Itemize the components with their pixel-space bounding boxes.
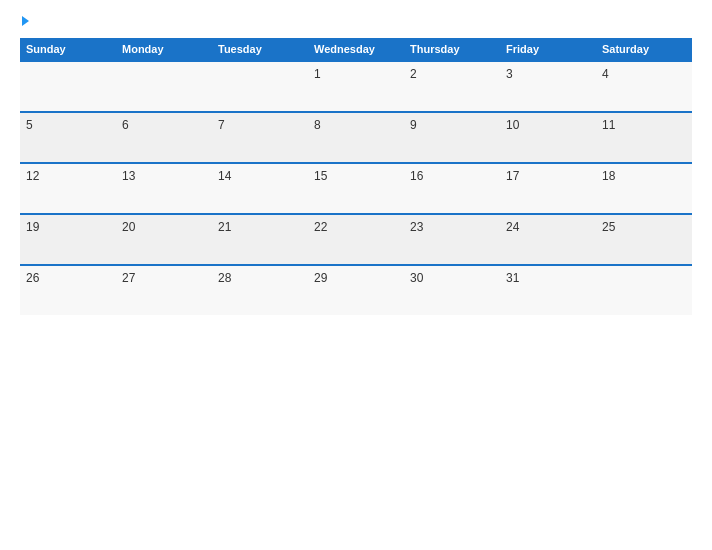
calendar-week-row: 567891011 <box>20 112 692 163</box>
calendar-day-26: 26 <box>20 265 116 315</box>
calendar-day-14: 14 <box>212 163 308 214</box>
calendar-day-empty <box>212 61 308 112</box>
day-header-wednesday: Wednesday <box>308 38 404 61</box>
calendar-week-row: 1234 <box>20 61 692 112</box>
calendar-day-17: 17 <box>500 163 596 214</box>
day-number: 5 <box>26 118 33 132</box>
day-number: 19 <box>26 220 39 234</box>
day-number: 6 <box>122 118 129 132</box>
day-number: 15 <box>314 169 327 183</box>
calendar-day-22: 22 <box>308 214 404 265</box>
day-number: 14 <box>218 169 231 183</box>
calendar-day-9: 9 <box>404 112 500 163</box>
day-number: 4 <box>602 67 609 81</box>
calendar-day-18: 18 <box>596 163 692 214</box>
day-number: 10 <box>506 118 519 132</box>
calendar-day-15: 15 <box>308 163 404 214</box>
day-header-tuesday: Tuesday <box>212 38 308 61</box>
calendar-day-4: 4 <box>596 61 692 112</box>
calendar-day-5: 5 <box>20 112 116 163</box>
day-number: 13 <box>122 169 135 183</box>
day-number: 27 <box>122 271 135 285</box>
calendar-day-20: 20 <box>116 214 212 265</box>
calendar-day-19: 19 <box>20 214 116 265</box>
calendar-day-16: 16 <box>404 163 500 214</box>
day-header-friday: Friday <box>500 38 596 61</box>
day-number: 11 <box>602 118 615 132</box>
day-number: 24 <box>506 220 519 234</box>
calendar-day-24: 24 <box>500 214 596 265</box>
day-number: 18 <box>602 169 615 183</box>
day-number: 17 <box>506 169 519 183</box>
day-header-sunday: Sunday <box>20 38 116 61</box>
day-number: 26 <box>26 271 39 285</box>
day-number: 9 <box>410 118 417 132</box>
calendar-table: SundayMondayTuesdayWednesdayThursdayFrid… <box>20 38 692 315</box>
day-number: 2 <box>410 67 417 81</box>
calendar-page: SundayMondayTuesdayWednesdayThursdayFrid… <box>0 0 712 550</box>
day-number: 23 <box>410 220 423 234</box>
day-number: 25 <box>602 220 615 234</box>
calendar-day-8: 8 <box>308 112 404 163</box>
day-number: 31 <box>506 271 519 285</box>
header <box>20 16 692 26</box>
day-number: 21 <box>218 220 231 234</box>
day-number: 3 <box>506 67 513 81</box>
day-number: 1 <box>314 67 321 81</box>
calendar-day-empty <box>20 61 116 112</box>
day-number: 7 <box>218 118 225 132</box>
calendar-day-11: 11 <box>596 112 692 163</box>
calendar-day-3: 3 <box>500 61 596 112</box>
day-header-saturday: Saturday <box>596 38 692 61</box>
calendar-day-7: 7 <box>212 112 308 163</box>
day-number: 20 <box>122 220 135 234</box>
calendar-day-31: 31 <box>500 265 596 315</box>
logo <box>20 16 29 26</box>
calendar-header-row: SundayMondayTuesdayWednesdayThursdayFrid… <box>20 38 692 61</box>
calendar-week-row: 262728293031 <box>20 265 692 315</box>
calendar-week-row: 12131415161718 <box>20 163 692 214</box>
calendar-day-23: 23 <box>404 214 500 265</box>
day-number: 8 <box>314 118 321 132</box>
calendar-day-empty <box>596 265 692 315</box>
calendar-day-6: 6 <box>116 112 212 163</box>
calendar-day-1: 1 <box>308 61 404 112</box>
calendar-day-21: 21 <box>212 214 308 265</box>
day-header-monday: Monday <box>116 38 212 61</box>
calendar-day-10: 10 <box>500 112 596 163</box>
day-header-thursday: Thursday <box>404 38 500 61</box>
day-number: 30 <box>410 271 423 285</box>
calendar-day-28: 28 <box>212 265 308 315</box>
day-number: 29 <box>314 271 327 285</box>
calendar-day-27: 27 <box>116 265 212 315</box>
day-number: 28 <box>218 271 231 285</box>
calendar-day-25: 25 <box>596 214 692 265</box>
day-number: 12 <box>26 169 39 183</box>
calendar-day-13: 13 <box>116 163 212 214</box>
calendar-day-12: 12 <box>20 163 116 214</box>
day-number: 22 <box>314 220 327 234</box>
calendar-day-30: 30 <box>404 265 500 315</box>
calendar-day-29: 29 <box>308 265 404 315</box>
calendar-week-row: 19202122232425 <box>20 214 692 265</box>
calendar-day-empty <box>116 61 212 112</box>
logo-triangle-icon <box>22 16 29 26</box>
day-number: 16 <box>410 169 423 183</box>
logo-blue-text <box>20 16 29 26</box>
calendar-day-2: 2 <box>404 61 500 112</box>
